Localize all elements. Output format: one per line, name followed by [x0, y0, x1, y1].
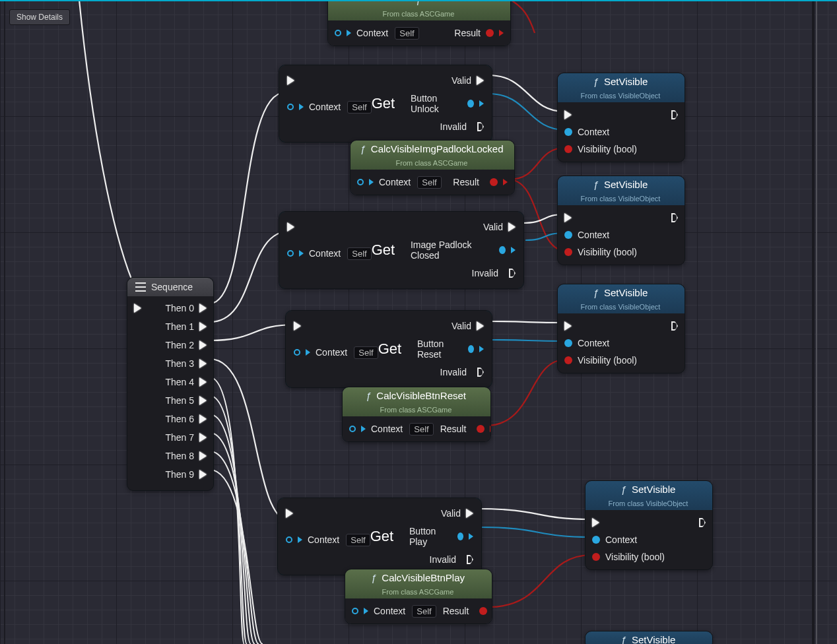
context-label: Context	[578, 338, 609, 348]
setvisible-node-3[interactable]: ƒSetVisible From class VisibleObject Con…	[557, 284, 685, 373]
exec-out-pin[interactable]	[671, 213, 678, 222]
invalid-pin[interactable]	[477, 368, 484, 377]
setvisible-node-5-partial[interactable]: ƒSetVisible	[585, 631, 713, 644]
output-label: Button Reset	[417, 338, 457, 360]
visibility-pin-icon[interactable]	[592, 553, 600, 561]
exec-in-pin[interactable]	[564, 213, 572, 222]
then-label: Then 8	[134, 451, 194, 461]
result-pin-icon[interactable]	[490, 178, 498, 186]
exec-in-pin[interactable]	[592, 518, 599, 527]
exec-out-pin[interactable]	[671, 110, 678, 119]
then-label: Then 1	[134, 321, 194, 332]
get-node-image-padlock[interactable]: ContextSelf Valid Get Image Padlock Clos…	[279, 211, 524, 289]
node-title: SetVisible	[632, 484, 675, 495]
invalid-label: Invalid	[472, 268, 498, 278]
exec-in-pin[interactable]	[564, 321, 572, 331]
then-5-pin[interactable]	[199, 396, 207, 405]
calc-node-top[interactable]: ƒ From class ASCGame Context Self Result	[327, 0, 511, 46]
valid-pin[interactable]	[466, 509, 473, 518]
context-pin-icon[interactable]	[592, 536, 600, 544]
then-4-pin[interactable]	[199, 377, 207, 387]
calc-node-padlock-locked[interactable]: ƒCalcVisibleImgPadlockLocked From class …	[350, 140, 515, 195]
node-subtitle: From class VisibleObject	[581, 303, 661, 311]
context-label: Context	[605, 534, 637, 545]
exec-out-pin[interactable]	[671, 321, 678, 331]
exec-in-pin[interactable]	[286, 509, 293, 518]
get-node-button-unlock[interactable]: Context Self Valid Get Button Unlock Inv…	[279, 65, 492, 143]
result-pin-icon[interactable]	[477, 425, 485, 433]
invalid-pin[interactable]	[477, 122, 484, 131]
get-label: Get	[370, 528, 393, 545]
exec-in-pin[interactable]	[294, 321, 301, 331]
setvisible-node-2[interactable]: ƒSetVisible From class VisibleObject Con…	[557, 176, 685, 265]
context-label: Context	[309, 102, 341, 112]
get-label: Get	[372, 242, 395, 259]
then-2-pin[interactable]	[199, 340, 207, 350]
then-0-pin[interactable]	[199, 304, 207, 313]
get-node-button-play[interactable]: ContextSelf Valid Get Button Play Invali…	[277, 498, 482, 575]
visibility-label: Visibility (bool)	[578, 247, 637, 257]
invalid-label: Invalid	[430, 554, 456, 565]
then-9-pin[interactable]	[199, 470, 207, 479]
then-label: Then 7	[134, 432, 194, 443]
result-label: Result	[440, 424, 467, 434]
sequence-header: Sequence	[127, 278, 213, 296]
self-chip: Self	[409, 423, 433, 435]
visibility-pin-icon[interactable]	[564, 356, 572, 364]
calc-node-btn-play[interactable]: ƒCalcVisibleBtnPlay From class ASCGame C…	[345, 569, 492, 624]
node-title: SetVisible	[604, 76, 648, 87]
self-chip: Self	[354, 346, 378, 359]
then-label: Then 9	[134, 469, 194, 480]
exec-in-pin[interactable]	[564, 110, 572, 119]
then-label: Then 6	[134, 414, 194, 424]
then-8-pin[interactable]	[199, 451, 207, 461]
graph-canvas[interactable]: ƒ From class ASCGame Context Self Result…	[0, 0, 837, 644]
self-chip: Self	[395, 27, 418, 40]
result-pin-icon	[486, 29, 494, 37]
context-pin-icon[interactable]	[564, 128, 572, 136]
node-subtitle: From class ASCGame	[382, 588, 454, 596]
visibility-pin-icon[interactable]	[564, 248, 572, 256]
exec-in-pin[interactable]	[287, 76, 294, 85]
context-pin-icon	[287, 250, 294, 257]
context-pin-icon[interactable]	[564, 231, 572, 239]
context-label: Context	[309, 248, 341, 259]
output-pin-icon[interactable]	[499, 246, 506, 254]
then-label: Then 4	[134, 377, 194, 387]
setvisible-node-4[interactable]: ƒSetVisible From class VisibleObject Con…	[585, 480, 713, 570]
node-title: SetVisible	[632, 634, 675, 644]
show-details-button[interactable]: Show Details	[9, 9, 70, 25]
node-title: CalcVisibleImgPadlockLocked	[371, 143, 504, 154]
output-pin-icon[interactable]	[467, 100, 474, 108]
valid-label: Valid	[483, 222, 503, 232]
then-1-pin[interactable]	[199, 322, 207, 331]
then-label: Then 0	[141, 303, 194, 313]
invalid-label: Invalid	[440, 121, 467, 132]
then-6-pin[interactable]	[199, 414, 207, 424]
exec-out-pin[interactable]	[699, 518, 706, 527]
sequence-node[interactable]: Sequence Then 0 Then 1 Then 2 Then 3 The…	[127, 277, 214, 491]
exec-in-pin[interactable]	[287, 222, 294, 232]
then-3-pin[interactable]	[199, 359, 207, 368]
node-title: SetVisible	[604, 179, 648, 190]
context-pin-icon[interactable]	[564, 339, 572, 347]
get-node-button-reset[interactable]: ContextSelf Valid Get Button Reset Inval…	[285, 310, 492, 388]
output-pin-icon[interactable]	[468, 345, 474, 353]
node-subtitle: From class ASCGame	[396, 159, 468, 167]
visibility-pin-icon[interactable]	[564, 145, 572, 153]
valid-pin[interactable]	[477, 76, 484, 85]
calc-node-btn-reset[interactable]: ƒCalcVisibleBtnReset From class ASCGame …	[342, 387, 491, 442]
exec-in-pin[interactable]	[134, 304, 141, 313]
output-pin-icon[interactable]	[457, 532, 463, 540]
sequence-title: Sequence	[151, 282, 193, 292]
setvisible-node-1[interactable]: ƒSetVisible From class VisibleObject Con…	[557, 73, 685, 162]
context-label: Context	[316, 347, 347, 358]
invalid-pin[interactable]	[509, 269, 516, 278]
context-label: Context	[578, 230, 609, 240]
node-subtitle: From class VisibleObject	[581, 92, 661, 100]
then-7-pin[interactable]	[199, 433, 207, 442]
invalid-pin[interactable]	[467, 555, 473, 564]
valid-pin[interactable]	[477, 321, 484, 331]
result-pin-icon[interactable]	[479, 607, 487, 615]
valid-pin[interactable]	[508, 222, 516, 232]
